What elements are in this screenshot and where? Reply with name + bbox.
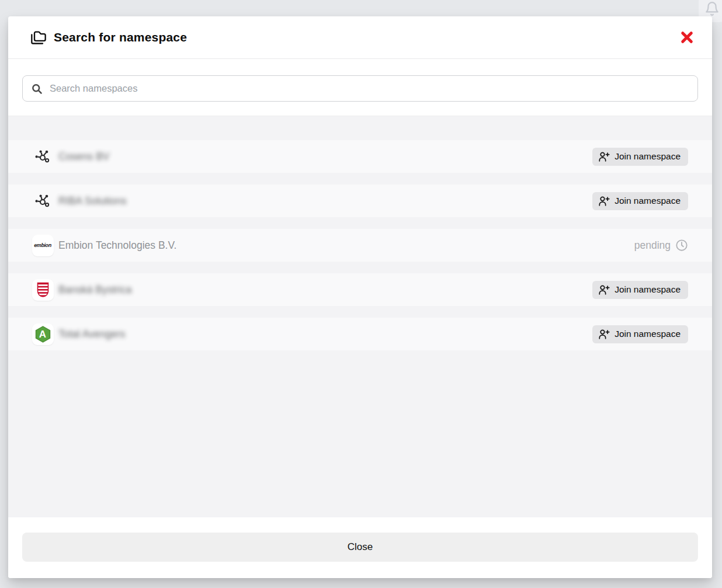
namespace-name: Embion Technologies B.V. xyxy=(58,239,176,252)
namespace-row: Banská Bystrica Join namespace xyxy=(8,273,712,306)
notification-bell-icon xyxy=(704,1,720,16)
namespace-row: A Total Avengers Join namespace xyxy=(8,318,712,350)
search-input[interactable] xyxy=(50,83,689,94)
modal-footer: Close xyxy=(8,517,712,578)
namespace-name: Banská Bystrica xyxy=(58,284,131,296)
namespace-icon: A xyxy=(32,323,54,345)
namespace-icon xyxy=(32,193,54,209)
close-modal-button[interactable] xyxy=(677,27,697,47)
join-namespace-label: Join namespace xyxy=(615,284,681,295)
join-namespace-label: Join namespace xyxy=(615,151,681,162)
network-nodes-icon xyxy=(34,193,51,209)
namespace-icon xyxy=(32,148,54,165)
pending-label: pending xyxy=(634,239,671,252)
folders-icon xyxy=(30,29,47,46)
join-namespace-button[interactable]: Join namespace xyxy=(592,148,688,166)
join-namespace-button[interactable]: Join namespace xyxy=(592,281,688,299)
namespace-icon: embion xyxy=(32,235,54,256)
search-section xyxy=(8,59,712,116)
modal-header: Search for namespace xyxy=(8,16,712,59)
striped-shield-logo xyxy=(32,279,54,301)
close-button[interactable]: Close xyxy=(22,533,698,562)
embion-logo: embion xyxy=(32,235,54,256)
hexagon-a-logo: A xyxy=(32,323,54,345)
join-namespace-button[interactable]: Join namespace xyxy=(592,192,688,210)
x-close-icon xyxy=(681,31,693,44)
join-namespace-button[interactable]: Join namespace xyxy=(592,325,688,343)
user-plus-icon xyxy=(598,284,610,295)
namespace-name: Total Avengers xyxy=(58,328,125,340)
namespace-name: RIBA Solutions xyxy=(58,195,127,207)
namespace-row: Cosens BV Join namespace xyxy=(8,140,712,173)
search-namespace-modal: Search for namespace Cosens BV xyxy=(8,16,712,578)
user-plus-icon xyxy=(598,329,610,340)
namespace-row: RIBA Solutions Join namespace xyxy=(8,185,712,217)
search-box[interactable] xyxy=(22,75,698,102)
search-icon xyxy=(31,83,43,95)
user-plus-icon xyxy=(598,196,610,207)
join-namespace-label: Join namespace xyxy=(615,329,681,339)
namespace-row: embion Embion Technologies B.V.pending xyxy=(8,229,712,262)
pending-status: pending xyxy=(634,239,688,252)
user-plus-icon xyxy=(598,151,610,162)
clock-icon xyxy=(675,239,688,252)
namespace-list: Cosens BV Join namespace RIBA Solutions … xyxy=(8,116,712,517)
join-namespace-label: Join namespace xyxy=(615,196,681,206)
modal-title: Search for namespace xyxy=(54,30,677,44)
network-nodes-icon xyxy=(34,148,51,165)
namespace-name: Cosens BV xyxy=(58,151,110,163)
namespace-icon xyxy=(32,279,54,301)
